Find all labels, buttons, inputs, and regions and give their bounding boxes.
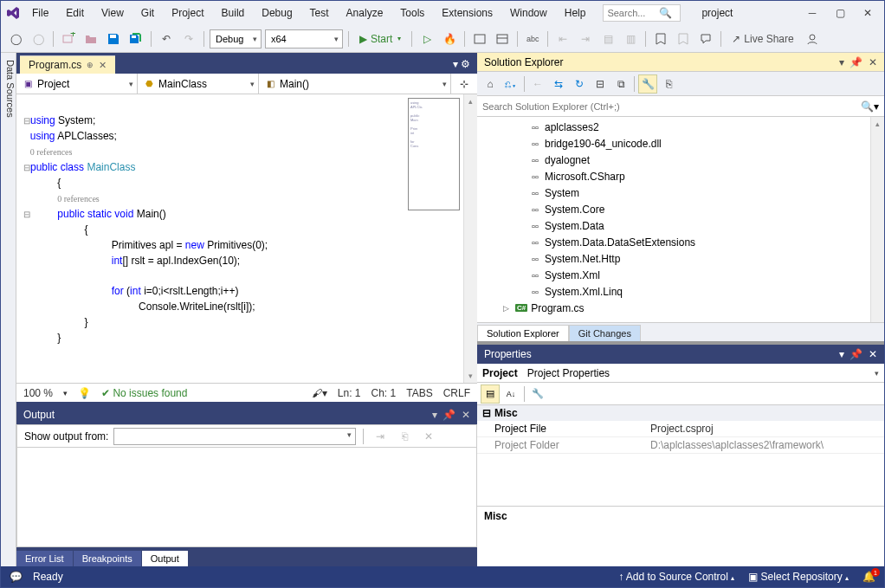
- search-box[interactable]: 🔍: [603, 4, 681, 22]
- tree-ref-item[interactable]: ▫▫System: [477, 184, 870, 201]
- sol-showall-button[interactable]: ⧉: [611, 74, 630, 94]
- source-control-button[interactable]: ↑ Add to Source Control ▴: [618, 571, 734, 583]
- lightbulb-icon[interactable]: 💡: [78, 387, 91, 399]
- menu-window[interactable]: Window: [503, 3, 554, 23]
- tab-breakpoints[interactable]: Breakpoints: [74, 551, 141, 566]
- liveshare-button[interactable]: ↗ Live Share: [727, 29, 798, 48]
- close-tab-icon[interactable]: ✕: [99, 60, 107, 71]
- hot-reload-button[interactable]: 🔥: [440, 29, 459, 48]
- nav-back-button[interactable]: ◯: [6, 29, 25, 48]
- notifications-button[interactable]: 🔔1: [862, 571, 875, 583]
- tree-ref-item[interactable]: ▫▫System.Data: [477, 217, 870, 234]
- output-dropdown-icon[interactable]: ▾ 📌 ✕: [432, 409, 470, 421]
- tab-output[interactable]: Output: [142, 551, 188, 566]
- account-button[interactable]: [803, 29, 822, 48]
- prop-row[interactable]: Project FileProject.csproj: [477, 421, 884, 437]
- sol-collapse-button[interactable]: ⊟: [591, 74, 610, 94]
- abc-button[interactable]: abc: [523, 29, 542, 48]
- platform-combo[interactable]: x64: [265, 29, 343, 48]
- repo-button[interactable]: ▣ Select Repository ▴: [748, 571, 849, 583]
- nav-fwd-button[interactable]: ◯: [29, 29, 48, 48]
- tree-vscrollbar[interactable]: ▴: [870, 117, 884, 322]
- tree-ref-item[interactable]: ▫▫aplclasses2: [477, 119, 870, 135]
- maximize-button[interactable]: ▢: [827, 4, 853, 22]
- tab-solution-explorer[interactable]: Solution Explorer: [477, 325, 569, 341]
- tree-ref-item[interactable]: ▫▫System.Core: [477, 201, 870, 217]
- sol-refresh-button[interactable]: ↻: [570, 74, 589, 94]
- output-goto-button[interactable]: ⇥: [371, 427, 390, 446]
- uncomment-button[interactable]: ▥: [621, 29, 640, 48]
- data-sources-strip[interactable]: Data Sources: [1, 53, 16, 566]
- feedback-button[interactable]: [696, 29, 715, 48]
- sol-views-button[interactable]: ⎌▾: [501, 74, 520, 94]
- brush-icon[interactable]: 🖌▾: [312, 387, 327, 399]
- tree-ref-item[interactable]: ▫▫System.Xml: [477, 267, 870, 283]
- sol-sync-button[interactable]: ⇆: [549, 74, 568, 94]
- menu-tools[interactable]: Tools: [393, 3, 431, 23]
- output-clear-button[interactable]: ✕: [419, 427, 438, 446]
- redo-button[interactable]: ↷: [179, 29, 198, 48]
- nav-method-combo[interactable]: ◧Main(): [259, 74, 451, 94]
- menu-project[interactable]: Project: [165, 3, 210, 23]
- menu-extensions[interactable]: Extensions: [435, 3, 500, 23]
- save-all-button[interactable]: [126, 29, 145, 48]
- prop-alpha-button[interactable]: A↓: [501, 384, 520, 404]
- menu-git[interactable]: Git: [134, 3, 161, 23]
- tree-ref-item[interactable]: ▫▫System.Xml.Linq: [477, 283, 870, 300]
- pin-icon[interactable]: ⊕: [87, 61, 94, 69]
- prop-categorized-button[interactable]: ▤: [481, 384, 500, 404]
- browser-link-button[interactable]: [470, 29, 489, 48]
- scroll-down-icon[interactable]: ▾: [464, 369, 477, 383]
- issues-status[interactable]: ✔ No issues found: [101, 387, 187, 399]
- editor-tab[interactable]: Program.cs ⊕ ✕: [20, 55, 115, 74]
- undo-button[interactable]: ↶: [157, 29, 176, 48]
- nav-project-combo[interactable]: ▣Project: [16, 74, 138, 94]
- comment-button[interactable]: ▤: [598, 29, 617, 48]
- tree-ref-item[interactable]: ▫▫Microsoft.CSharp: [477, 168, 870, 184]
- properties-selector[interactable]: Project Project Properties: [477, 364, 884, 383]
- sol-home-button[interactable]: ⌂: [481, 74, 500, 94]
- sol-properties-button[interactable]: 🔧: [638, 74, 657, 94]
- menu-debug[interactable]: Debug: [255, 3, 299, 23]
- code-minimap[interactable]: usingAPLClapublicMainPrimintforCons: [408, 98, 460, 210]
- tree-ref-item[interactable]: ▫▫bridge190-64_unicode.dll: [477, 135, 870, 152]
- config-combo[interactable]: Debug: [210, 29, 262, 48]
- output-source-combo[interactable]: [113, 428, 356, 445]
- indent-less-button[interactable]: ⇤: [553, 29, 572, 48]
- scroll-up-icon[interactable]: ▴: [464, 94, 477, 108]
- start-button[interactable]: ▶Start▾: [354, 29, 406, 48]
- minimize-button[interactable]: ─: [799, 4, 825, 22]
- menu-test[interactable]: Test: [303, 3, 336, 23]
- sol-back-button[interactable]: ←: [528, 74, 547, 94]
- feedback-icon[interactable]: 💬: [10, 571, 23, 583]
- prop-row[interactable]: Project FolderD:\aplclasses\aplclasses2\…: [477, 437, 884, 454]
- tree-ref-item[interactable]: ▫▫dyalognet: [477, 152, 870, 168]
- bookmark-clear-button[interactable]: [674, 29, 693, 48]
- tabs-indicator[interactable]: TABS: [406, 387, 432, 399]
- tab-error-list[interactable]: Error List: [16, 551, 73, 566]
- zoom-level[interactable]: 100 %: [23, 387, 53, 399]
- menu-edit[interactable]: Edit: [59, 3, 91, 23]
- tree-file-item[interactable]: ▷C#Program.cs: [477, 300, 870, 316]
- tree-ref-item[interactable]: ▫▫System.Data.DataSetExtensions: [477, 234, 870, 250]
- menu-file[interactable]: File: [25, 3, 55, 23]
- close-button[interactable]: ✕: [855, 4, 881, 22]
- menu-analyze[interactable]: Analyze: [339, 3, 391, 23]
- search-input[interactable]: [607, 8, 659, 18]
- tab-git-changes[interactable]: Git Changes: [569, 325, 641, 341]
- new-project-button[interactable]: +: [59, 29, 78, 48]
- solution-tree[interactable]: ▫▫aplclasses2 ▫▫bridge190-64_unicode.dll…: [477, 117, 870, 322]
- bookmark-button[interactable]: [651, 29, 670, 48]
- save-button[interactable]: [104, 29, 123, 48]
- menu-view[interactable]: View: [94, 3, 131, 23]
- start-nobuild-button[interactable]: ▷: [417, 29, 436, 48]
- menu-build[interactable]: Build: [215, 3, 252, 23]
- split-button[interactable]: ⊹: [451, 74, 477, 94]
- wpf-preview-button[interactable]: [493, 29, 512, 48]
- tab-options-button[interactable]: ▾ ⚙: [449, 55, 474, 74]
- nav-class-combo[interactable]: ⬣MainClass: [138, 74, 259, 94]
- code-editor[interactable]: ⊟using System; using APLClasses; 0 refer…: [16, 94, 404, 383]
- sol-preview-button[interactable]: ⎘: [659, 74, 678, 94]
- crlf-indicator[interactable]: CRLF: [443, 387, 470, 399]
- open-file-button[interactable]: [81, 29, 100, 48]
